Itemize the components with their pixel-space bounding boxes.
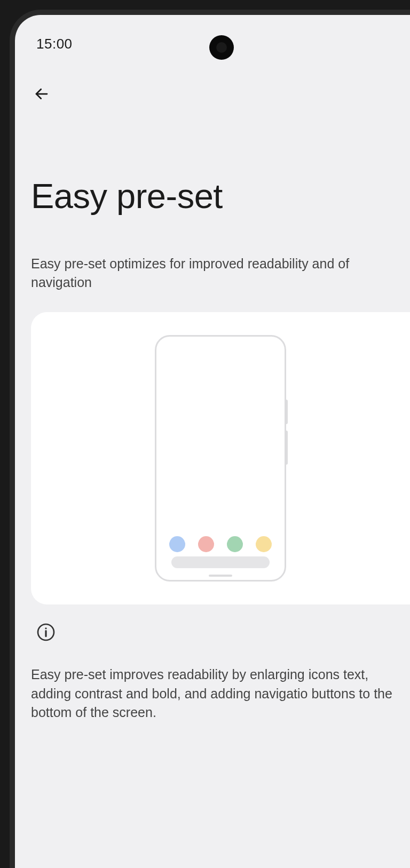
- screen: 15:00 Easy pre-set Easy pre-set optimize…: [15, 15, 410, 868]
- page-title: Easy pre-set: [31, 176, 394, 216]
- info-section: Easy pre-set improves readability by enl…: [31, 623, 394, 722]
- camera-notch: [209, 35, 234, 60]
- back-arrow-icon: [34, 86, 50, 102]
- svg-point-3: [45, 627, 46, 629]
- preview-card: [31, 312, 410, 604]
- app-icon-blue: [169, 536, 185, 552]
- app-icon-yellow: [256, 536, 272, 552]
- phone-icons-row: [156, 536, 285, 552]
- phone-side-button: [285, 400, 288, 424]
- phone-side-button: [285, 431, 288, 465]
- phone-diagram: [155, 335, 286, 582]
- app-icon-green: [227, 536, 243, 552]
- device-frame: 15:00 Easy pre-set Easy pre-set optimize…: [0, 0, 410, 868]
- page-subtitle: Easy pre-set optimizes for improved read…: [31, 254, 394, 292]
- home-indicator: [209, 575, 232, 577]
- search-bar-placeholder: [171, 556, 270, 568]
- device-bezel: 15:00 Easy pre-set Easy pre-set optimize…: [10, 10, 410, 868]
- back-button[interactable]: [29, 81, 54, 107]
- info-text: Easy pre-set improves readability by enl…: [31, 665, 394, 722]
- camera-lens: [216, 42, 227, 53]
- content-area: Easy pre-set Easy pre-set optimizes for …: [15, 58, 410, 722]
- app-icon-red: [198, 536, 214, 552]
- status-time: 15:00: [36, 36, 73, 52]
- info-icon: [36, 623, 56, 642]
